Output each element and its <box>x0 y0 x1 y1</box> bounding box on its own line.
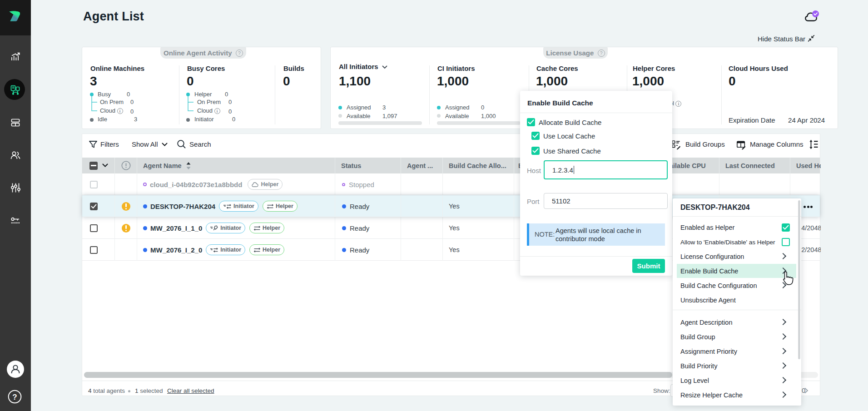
svg-text:?: ? <box>12 393 17 401</box>
